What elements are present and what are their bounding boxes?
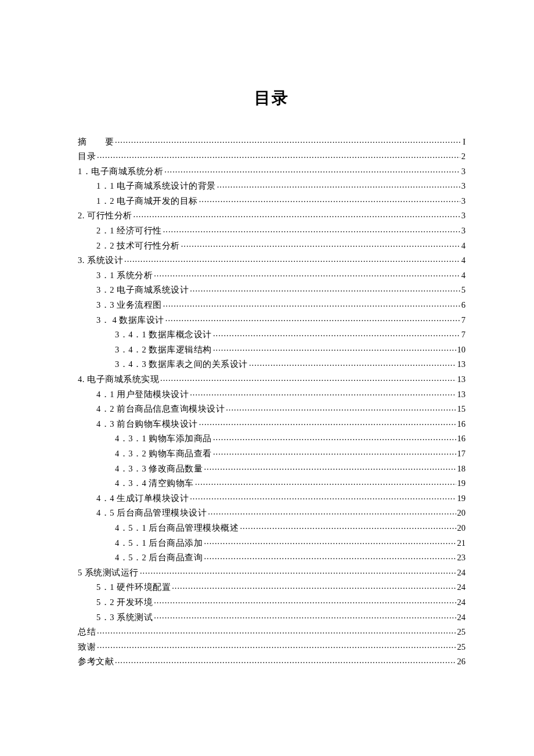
toc-entry-label: 4．5．2 后台商品查询 [115, 553, 203, 562]
toc-leader-dots [181, 240, 460, 249]
toc-entry-page: 4 [461, 271, 466, 280]
toc-entry-page: 16 [457, 434, 466, 443]
toc-entry-page: 5 [461, 286, 466, 294]
toc-entry-label: 5．2 开发环境 [96, 598, 153, 607]
toc-entry[interactable]: 致谢25 [78, 641, 466, 651]
toc-entry-label: 4．3 前台购物车模块设计 [96, 420, 198, 429]
toc-entry[interactable]: 2．2 技术可行性分析4 [78, 240, 466, 250]
toc-leader-dots [164, 165, 460, 174]
toc-leader-dots [115, 136, 461, 145]
toc-entry[interactable]: 4．3．2 购物车商品查看17 [78, 448, 466, 458]
toc-entry[interactable]: 4．3．4 清空购物车19 [78, 478, 466, 488]
toc-entry-page: 20 [457, 524, 466, 532]
toc-entry-label: 4．3．3 修改商品数量 [115, 465, 203, 473]
toc-entry-label: 4. 电子商城系统实现 [78, 375, 159, 384]
toc-entry-page: 13 [457, 375, 466, 384]
toc-leader-dots [172, 582, 456, 591]
toc-leader-dots [208, 507, 456, 516]
toc-leader-dots [97, 627, 456, 635]
toc-entry[interactable]: 参考文献26 [78, 656, 466, 666]
toc-entry-label: 5 系统测试运行 [78, 568, 139, 577]
toc-entry[interactable]: 3．4．1 数据库概念设计7 [78, 329, 466, 339]
toc-entry[interactable]: 5．1 硬件环境配置24 [78, 582, 466, 592]
toc-entry[interactable]: 3．4．2 数据库逻辑结构10 [78, 344, 466, 354]
toc-entry[interactable]: 4．5．1 后台商品添加21 [78, 537, 466, 547]
table-of-contents: 摘 要I目录21．电子商城系统分析31．1 电子商城系统设计的背景31．2 电子… [78, 136, 466, 666]
toc-entry[interactable]: 2．1 经济可行性3 [78, 225, 466, 235]
page-title: 目录 [78, 87, 466, 109]
toc-entry-label: 4．1 用户登陆模块设计 [96, 390, 189, 399]
document-page: 目录 摘 要I目录21．电子商城系统分析31．1 电子商城系统设计的背景31．2… [0, 0, 534, 666]
toc-entry-page: 6 [461, 301, 466, 309]
toc-entry-page: 3 [461, 226, 466, 235]
toc-leader-dots [240, 522, 456, 531]
toc-entry[interactable]: 目录2 [78, 151, 466, 161]
toc-entry[interactable]: 5．3 系统测试24 [78, 611, 466, 621]
toc-entry-label: 致谢 [78, 643, 96, 651]
toc-entry-label: 1．电子商城系统分析 [78, 167, 163, 176]
toc-entry-label: 4．5．1 后台商品添加 [115, 539, 203, 548]
toc-leader-dots [199, 195, 460, 204]
toc-entry[interactable]: 5 系统测试运行24 [78, 567, 466, 577]
toc-entry[interactable]: 4．5．2 后台商品查询23 [78, 552, 466, 562]
toc-entry-label: 2．2 技术可行性分析 [96, 242, 180, 250]
toc-entry[interactable]: 4．3．1 购物车添加商品16 [78, 433, 466, 443]
toc-entry-page: 17 [457, 449, 466, 458]
toc-entry-page: 25 [457, 643, 466, 651]
toc-entry[interactable]: 4．5．1 后台商品管理模块概述20 [78, 522, 466, 532]
toc-entry[interactable]: 4．1 用户登陆模块设计13 [78, 388, 466, 398]
toc-leader-dots [134, 210, 460, 219]
toc-leader-dots [154, 596, 456, 605]
toc-entry[interactable]: 总结25 [78, 627, 466, 636]
toc-entry-page: 23 [457, 553, 466, 562]
toc-entry[interactable]: 4．2 前台商品信息查询模块设计15 [78, 404, 466, 413]
toc-entry[interactable]: 3．2 电子商城系统设计5 [78, 285, 466, 294]
toc-entry-page: 24 [457, 598, 466, 607]
toc-entry[interactable]: 1．1 电子商城系统设计的背景3 [78, 181, 466, 190]
toc-entry[interactable]: 3． 4 数据库设计7 [78, 314, 466, 324]
toc-leader-dots [213, 344, 456, 352]
toc-entry-page: 13 [457, 390, 466, 399]
toc-entry-page: 21 [457, 539, 466, 548]
toc-entry-label: 总结 [78, 628, 96, 636]
toc-entry-label: 1．2 电子商城开发的目标 [96, 197, 198, 206]
toc-entry-label: 参考文献 [78, 657, 114, 666]
toc-entry-label: 4．3．4 清空购物车 [115, 479, 194, 488]
toc-entry[interactable]: 2. 可行性分析3 [78, 210, 466, 220]
toc-entry[interactable]: 3．4．3 数据库表之间的关系设计13 [78, 359, 466, 369]
toc-entry[interactable]: 4．3 前台购物车模块设计16 [78, 418, 466, 428]
toc-entry[interactable]: 5．2 开发环境24 [78, 596, 466, 606]
toc-entry-page: 3 [461, 167, 466, 176]
toc-entry-page: 19 [457, 479, 466, 488]
toc-entry[interactable]: 1．2 电子商城开发的目标3 [78, 195, 466, 205]
toc-entry[interactable]: 3．3 业务流程图6 [78, 300, 466, 309]
toc-leader-dots [190, 285, 460, 293]
toc-entry-page: 18 [457, 465, 466, 473]
toc-entry[interactable]: 3．1 系统分析4 [78, 269, 466, 279]
toc-entry-page: 13 [457, 360, 466, 369]
toc-leader-dots [163, 225, 460, 234]
toc-entry-label: 3．3 业务流程图 [96, 301, 162, 309]
toc-entry-label: 2. 可行性分析 [78, 211, 132, 220]
toc-leader-dots [154, 611, 456, 620]
toc-entry-page: 3 [461, 211, 466, 220]
toc-leader-dots [226, 404, 456, 412]
toc-entry-page: 7 [461, 330, 466, 339]
toc-entry-page: 25 [457, 628, 466, 636]
toc-entry[interactable]: 4．4 生成订单模块设计19 [78, 492, 466, 502]
toc-entry[interactable]: 4. 电子商城系统实现13 [78, 374, 466, 384]
toc-leader-dots [213, 329, 460, 338]
toc-entry-label: 3．4．3 数据库表之间的关系设计 [115, 360, 248, 369]
toc-leader-dots [190, 388, 456, 397]
toc-entry-page: 19 [457, 494, 466, 503]
toc-entry-page: 24 [457, 613, 466, 622]
toc-entry[interactable]: 3. 系统设计4 [78, 255, 466, 265]
toc-entry-page: 16 [457, 420, 466, 429]
toc-entry[interactable]: 1．电子商城系统分析3 [78, 165, 466, 175]
toc-entry[interactable]: 摘 要I [78, 136, 466, 146]
toc-leader-dots [115, 656, 456, 665]
toc-entry-label: 4．3．1 购物车添加商品 [115, 434, 212, 443]
toc-entry-label: 3. 系统设计 [78, 256, 123, 265]
toc-entry[interactable]: 4．5 后台商品管理模块设计20 [78, 507, 466, 517]
toc-entry[interactable]: 4．3．3 修改商品数量18 [78, 463, 466, 473]
